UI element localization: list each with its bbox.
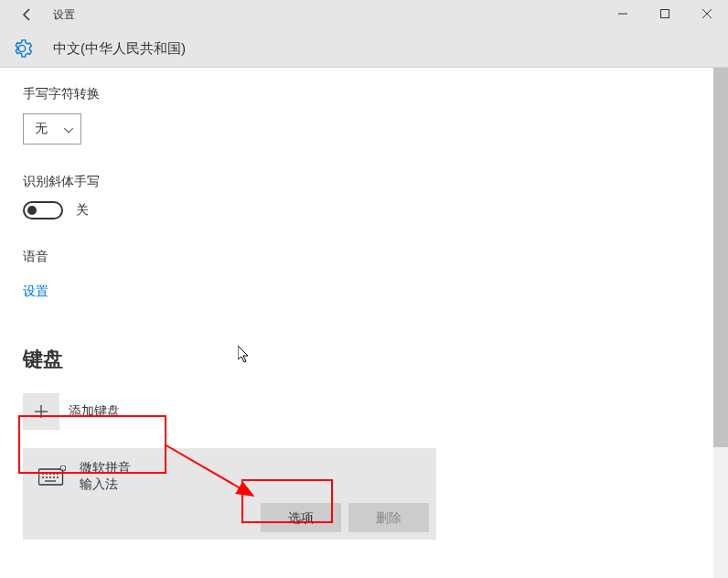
back-button[interactable] — [16, 4, 38, 26]
speech-settings-link[interactable]: 设置 — [23, 284, 48, 300]
options-button[interactable]: 选项 — [261, 503, 341, 532]
keyboard-heading: 键盘 — [23, 346, 713, 373]
content: 手写字符转换 无 识别斜体手写 关 语音 设置 键盘 添加键盘 — [0, 68, 713, 575]
slant-label: 识别斜体手写 — [23, 174, 713, 190]
add-keyboard-button[interactable]: 添加键盘 — [23, 393, 713, 430]
subheader: 中文(中华人民共和国) — [0, 29, 728, 68]
titlebar: 设置 — [0, 0, 728, 29]
speech-label: 语音 — [23, 249, 713, 265]
delete-button: 删除 — [348, 503, 429, 532]
window-title: 设置 — [53, 7, 75, 23]
gear-icon — [9, 36, 35, 61]
handwriting-dropdown[interactable]: 无 — [23, 113, 81, 144]
chevron-down-icon — [64, 121, 73, 137]
scroll-thumb[interactable] — [713, 68, 728, 447]
maximize-button[interactable] — [644, 0, 686, 27]
slant-toggle[interactable] — [23, 201, 63, 219]
plus-icon — [23, 393, 59, 430]
toggle-state-label: 关 — [76, 202, 89, 219]
dropdown-value: 无 — [35, 121, 48, 137]
scrollbar[interactable] — [713, 68, 728, 578]
minimize-button[interactable] — [602, 0, 644, 27]
keyboard-icon: 中 — [37, 465, 67, 487]
window-controls — [602, 0, 728, 27]
toggle-thumb — [27, 206, 37, 215]
handwriting-label: 手写字符转换 — [23, 86, 713, 102]
page-title: 中文(中华人民共和国) — [53, 40, 186, 58]
keyboard-subtitle: 输入法 — [80, 476, 131, 492]
keyboard-name: 微软拼音 — [80, 459, 131, 476]
add-keyboard-label: 添加键盘 — [69, 403, 120, 420]
svg-rect-1 — [661, 10, 669, 18]
close-button[interactable] — [686, 0, 728, 27]
svg-text:中: 中 — [61, 467, 65, 472]
keyboard-item[interactable]: 中 微软拼音 输入法 选项 删除 — [23, 448, 436, 540]
